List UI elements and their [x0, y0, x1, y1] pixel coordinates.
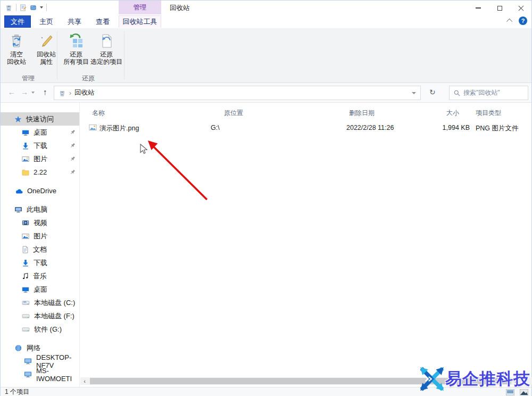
- scroll-left-icon[interactable]: ‹: [80, 378, 89, 384]
- empty-recycle-bin-button[interactable]: 清空 回收站: [3, 31, 30, 72]
- explorer-window: 管理 回收站 文件 主页 共享 查看 回收站工具 ? 清空: [0, 0, 532, 396]
- address-bar[interactable]: › 回收站: [54, 86, 421, 100]
- search-icon: [454, 90, 460, 96]
- contextual-tab-header: 管理: [119, 1, 161, 14]
- collapse-ribbon-icon[interactable]: [506, 19, 512, 24]
- file-list-area: 名称 原位置 删除日期 大小 项目类型 演示图片.png G:\ 2022/2/…: [80, 103, 532, 387]
- file-row[interactable]: 演示图片.png G:\ 2022/2/28 11:26 1,994 KB PN…: [80, 122, 532, 135]
- recent-locations-dropdown-icon[interactable]: [31, 92, 35, 94]
- disk-icon: [22, 326, 30, 333]
- documents-icon: [22, 246, 29, 253]
- sidebar-item-label: 网络: [27, 343, 40, 353]
- ribbon: 清空 回收站 回收站 属性 还原 所有项目: [1, 28, 531, 83]
- sidebar-item-label: 2.22: [34, 168, 47, 176]
- divider: [16, 4, 16, 11]
- quick-access-toolbar: [5, 2, 47, 13]
- qat-properties-icon[interactable]: [20, 4, 27, 11]
- minimize-button[interactable]: [468, 1, 489, 15]
- restore-all-items-icon: [68, 31, 85, 48]
- forward-icon[interactable]: →: [21, 88, 28, 96]
- sidebar-item-pictures[interactable]: 图片: [1, 229, 79, 243]
- pin-icon: [70, 143, 76, 148]
- downloads-icon: [22, 259, 29, 267]
- sidebar-item-videos[interactable]: 视频: [1, 216, 79, 229]
- network-pc-icon: [24, 358, 32, 365]
- sidebar-item-folder-222-pinned[interactable]: 2.22: [1, 166, 79, 179]
- sidebar-item-onedrive[interactable]: OneDrive: [1, 184, 79, 197]
- back-icon[interactable]: ←: [8, 88, 15, 96]
- sidebar-item-desktop-pinned[interactable]: 桌面: [1, 126, 79, 139]
- search-placeholder: 搜索"回收站": [463, 88, 500, 97]
- tab-view[interactable]: 查看: [90, 15, 115, 28]
- ribbon-group-manage: 管理: [2, 74, 55, 83]
- maximize-button[interactable]: [489, 1, 510, 15]
- desktop-icon: [22, 129, 29, 136]
- sidebar-item-desktop[interactable]: 桌面: [1, 283, 79, 296]
- sidebar-item-local-disk-f[interactable]: 本地磁盘 (F:): [1, 309, 79, 323]
- ribbon-group-divider: [124, 31, 124, 79]
- restore-all-items-button[interactable]: 还原 所有项目: [60, 31, 92, 72]
- sidebar-gap: [1, 336, 79, 341]
- column-header-original-location[interactable]: 原位置: [224, 109, 243, 118]
- breadcrumb-separator: ›: [69, 89, 71, 97]
- watermark-text: 易企推科技: [445, 368, 530, 390]
- search-box[interactable]: 搜索"回收站": [449, 86, 528, 100]
- sidebar-item-label: 图片: [34, 154, 47, 164]
- minimize-icon: [476, 7, 481, 9]
- restore-selected-items-button[interactable]: 还原 选定的项目: [91, 31, 122, 72]
- button-label: 还原: [100, 51, 113, 58]
- window-controls: [468, 1, 531, 15]
- column-header-date-deleted[interactable]: 删除日期: [349, 109, 375, 118]
- qat-new-folder-icon[interactable]: [30, 4, 37, 11]
- recycle-bin-properties-button[interactable]: 回收站 属性: [32, 31, 60, 72]
- ribbon-right-controls: ?: [508, 16, 527, 25]
- sidebar-item-this-pc[interactable]: 此电脑: [1, 203, 79, 216]
- column-header-size[interactable]: 大小: [421, 109, 459, 118]
- address-dropdown-icon[interactable]: [412, 92, 416, 94]
- onedrive-cloud-icon: [14, 188, 23, 194]
- sidebar-item-label: 软件 (G:): [34, 325, 62, 334]
- breadcrumb-location[interactable]: 回收站: [74, 88, 95, 97]
- sidebar-item-local-disk-c[interactable]: 本地磁盘 (C:): [1, 296, 79, 309]
- column-header-item-type[interactable]: 项目类型: [476, 109, 501, 118]
- tab-recycle-bin-tools[interactable]: 回收站工具: [119, 15, 161, 28]
- sidebar-item-label: 快速访问: [26, 114, 54, 124]
- pin-icon: [70, 156, 76, 162]
- this-pc-icon: [14, 206, 22, 213]
- sidebar-item-label: 视频: [34, 218, 47, 228]
- sidebar-item-documents[interactable]: 文档: [1, 243, 79, 256]
- sidebar-gap: [1, 179, 79, 184]
- button-label: 回收站: [37, 51, 56, 58]
- sidebar-item-label: 此电脑: [27, 205, 47, 214]
- sidebar-item-pictures-pinned[interactable]: 图片: [1, 152, 79, 166]
- sidebar-item-downloads-pinned[interactable]: 下载: [1, 139, 79, 152]
- tab-share[interactable]: 共享: [62, 15, 87, 28]
- address-bar-row: ← → ↑ › 回收站 ↻ 搜索"回收站": [1, 83, 531, 103]
- sidebar-item-music[interactable]: 音乐: [1, 269, 79, 283]
- sidebar-item-label: 图片: [34, 232, 47, 241]
- close-button[interactable]: [510, 1, 531, 15]
- sidebar-item-network-pc-ms[interactable]: MS-IWOMOETI: [1, 368, 79, 381]
- file-size: 1,994 KB: [421, 124, 470, 131]
- refresh-icon[interactable]: ↻: [429, 88, 436, 96]
- sidebar-item-software-g[interactable]: 软件 (G:): [1, 323, 79, 336]
- sidebar-item-label: 本地磁盘 (F:): [34, 311, 74, 321]
- sidebar-item-label: 下载: [34, 258, 47, 268]
- sidebar-item-quick-access[interactable]: 快速访问: [1, 112, 79, 126]
- sidebar-item-label: 本地磁盘 (C:): [34, 298, 75, 308]
- network-pc-icon: [24, 371, 32, 378]
- button-label: 所有项目: [63, 58, 89, 65]
- tab-file[interactable]: 文件: [4, 15, 31, 28]
- maximize-icon: [497, 6, 502, 11]
- sidebar-item-network[interactable]: 网络: [1, 341, 79, 354]
- tab-home[interactable]: 主页: [34, 15, 59, 28]
- sidebar-item-network-pc-desktop[interactable]: DESKTOP-NF7V: [1, 354, 79, 368]
- column-header-name[interactable]: 名称: [92, 109, 105, 118]
- recycle-bin-breadcrumb-icon: [59, 89, 66, 97]
- up-icon[interactable]: ↑: [43, 87, 47, 96]
- sidebar-item-downloads[interactable]: 下载: [1, 256, 79, 269]
- qat-customize-dropdown-icon[interactable]: [40, 6, 43, 9]
- ribbon-group-restore: 还原: [62, 74, 115, 83]
- recycle-bin-properties-icon: [38, 31, 55, 48]
- help-icon[interactable]: ?: [519, 16, 527, 25]
